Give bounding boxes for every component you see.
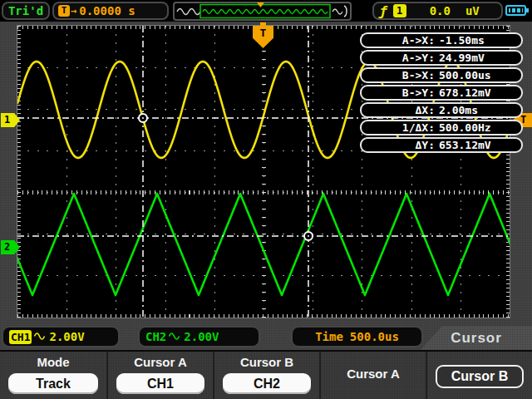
cursor-readout-value: 653.12mV: [435, 139, 491, 151]
counter-unit: uV: [466, 4, 480, 17]
ch1-status-box: CH1 2.00V: [2, 326, 120, 347]
ch1-scale: 2.00V: [49, 330, 84, 343]
cursor-readout-value: -1.50ms: [435, 34, 485, 47]
softkey-menu: Mode Track Cursor A CH1 Cursor B CH2 Cur…: [0, 350, 532, 399]
menu-label-mode: Mode: [0, 355, 106, 369]
cursor-readout-value: 678.12mV: [435, 86, 491, 99]
cursor-readout-row: B->Y:678.12mV: [360, 85, 523, 101]
cursor-readout-value: 500.00Hz: [435, 121, 491, 134]
ac-coupling-icon: [168, 330, 180, 343]
oscilloscope-screen: Tri'd T → 0.0000 s ƒ 1 0.0 uV: [0, 0, 532, 399]
cursor-b-source-button[interactable]: CH2: [223, 373, 311, 394]
cursor-readout-value: 500.00us: [435, 69, 491, 81]
menu-label-cursor-a: Cursor A: [108, 355, 213, 369]
frequency-counter-box: ƒ 1 0.0 uV: [372, 2, 503, 20]
mode-button[interactable]: Track: [8, 373, 98, 394]
frequency-icon: ƒ: [379, 3, 387, 19]
menu-column-cursor-a-source: Cursor A CH1: [106, 352, 213, 399]
trigger-position-box: T → 0.0000 s: [52, 2, 169, 20]
cursor-readout-label: ΔY:: [362, 139, 435, 151]
timebase-status-box: Time 500.0us: [291, 326, 423, 347]
cursor-a-crosshair-dot: [142, 117, 144, 119]
menu-column-cursor-a: Cursor A: [319, 352, 426, 399]
timebase-value: 500.0us: [350, 330, 399, 343]
cursor-readout-row: A->X:-1.50ms: [360, 32, 523, 48]
ac-coupling-icon: [33, 330, 46, 343]
timebase-label: Time: [315, 330, 343, 343]
counter-value: 0.0: [430, 4, 451, 17]
cursor-measurement-panel: A->X:-1.50msA->Y:24.99mVB->X:500.00usB->…: [360, 32, 523, 153]
cursor-readout-label: B->X:: [362, 69, 435, 81]
top-status-bar: Tri'd T → 0.0000 s ƒ 1 0.0 uV: [0, 0, 532, 22]
trigger-t-icon: T: [58, 5, 70, 17]
arrow-right-icon: →: [71, 5, 76, 17]
cursor-readout-row: A->Y:24.99mV: [360, 50, 523, 66]
cursor-readout-row: 1/ΔX:500.00Hz: [360, 120, 523, 135]
waveform-preview: [173, 2, 352, 21]
cursor-readout-row: B->X:500.00us: [360, 67, 523, 83]
cursor-readout-row: ΔX:2.00ms: [360, 102, 523, 118]
ch2-waveform: [17, 194, 510, 295]
menu-label-cursor-b: Cursor B: [214, 355, 319, 369]
trigger-status-badge: Tri'd: [2, 2, 50, 20]
menu-column-cursor-b: Cursor B: [426, 352, 532, 399]
ch1-badge[interactable]: CH1: [9, 330, 32, 344]
menu-column-mode: Mode Track: [0, 352, 106, 399]
ch2-status-box: CH2 2.00V: [138, 326, 260, 347]
cursor-readout-label: A->X:: [362, 34, 435, 47]
menu-column-cursor-b-source: Cursor B CH2: [213, 352, 319, 399]
cursor-readout-value: 2.00ms: [435, 104, 478, 116]
cursor-readout-label: ΔX:: [362, 104, 435, 116]
trigger-status-label: Tri'd: [8, 4, 43, 17]
cursor-a-source-button[interactable]: CH1: [116, 373, 204, 394]
trigger-delay-value: 0.0000 s: [79, 4, 135, 17]
cursor-readout-row: ΔY:653.12mV: [360, 137, 523, 153]
cursor-readout-label: A->Y:: [362, 52, 435, 64]
cursor-a-softkey[interactable]: Cursor A: [321, 367, 426, 381]
cursor-readout-label: B->Y:: [362, 86, 435, 99]
cursor-b-crosshair-dot: [308, 235, 309, 237]
battery-icon: [505, 5, 526, 16]
preview-waveform-icon: [175, 3, 350, 19]
ch2-scale: 2.00V: [184, 330, 219, 343]
cursor-readout-label: 1/ΔX:: [362, 121, 435, 134]
ch2-name[interactable]: CH2: [145, 330, 166, 343]
cursor-readout-value: 24.99mV: [435, 52, 485, 64]
cursor-b-softkey[interactable]: Cursor B: [436, 365, 524, 388]
channel-1-badge: 1: [393, 4, 406, 17]
